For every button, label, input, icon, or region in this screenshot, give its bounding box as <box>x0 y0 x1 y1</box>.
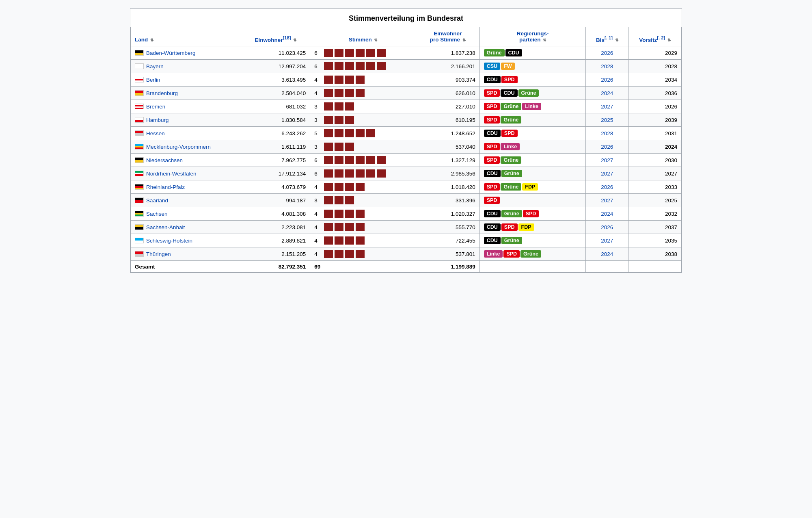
land-name[interactable]: Schleswig-Holstein <box>146 238 192 244</box>
bar-block <box>324 89 333 97</box>
bar-block <box>335 62 343 70</box>
land-name[interactable]: Brandenburg <box>146 90 178 96</box>
bar-block <box>377 62 386 70</box>
bis-link[interactable]: 2027 <box>601 197 613 204</box>
bar-block <box>345 89 354 97</box>
sort-einwohner-icon[interactable]: ⇅ <box>293 38 296 42</box>
bis-link[interactable]: 2026 <box>601 50 613 56</box>
stimmen-number: 3 <box>314 144 322 150</box>
land-cell: Sachsen-Anhalt <box>131 221 241 234</box>
bis-link[interactable]: 2028 <box>601 130 613 137</box>
bis-cell: 2026 <box>586 73 628 87</box>
eps-cell: 610.195 <box>416 113 479 127</box>
sort-eps-icon[interactable]: ⇅ <box>462 38 466 42</box>
vorsitz-cell: 2025 <box>628 194 682 207</box>
bis-link[interactable]: 2026 <box>601 144 613 150</box>
land-cell: Berlin <box>131 73 241 87</box>
bis-link[interactable]: 2026 <box>601 184 613 190</box>
party-badge: SPD <box>484 143 500 150</box>
flag-icon <box>135 63 144 69</box>
sort-stimmen-icon[interactable]: ⇅ <box>374 38 377 42</box>
col-einwohner-pro-stimme[interactable]: Einwohnerpro Stimme ⇅ <box>416 27 479 46</box>
land-name[interactable]: Bayern <box>146 63 164 69</box>
bar-block <box>377 156 386 164</box>
land-name[interactable]: Hessen <box>146 130 165 137</box>
land-cell: Bayern <box>131 60 241 73</box>
land-name[interactable]: Thüringen <box>146 251 171 257</box>
table-row: Sachsen-Anhalt2.223.0814555.770CDUSPDFDP… <box>131 221 682 234</box>
bis-link[interactable]: 2026 <box>601 224 613 230</box>
bar-block <box>324 76 333 84</box>
stimmen-cell: 4 <box>310 234 416 247</box>
bis-link[interactable]: 2027 <box>601 171 613 177</box>
col-bis[interactable]: Bis[. 1] ⇅ <box>586 27 628 46</box>
col-land[interactable]: Land ⇅ <box>131 27 241 46</box>
stimmen-number: 4 <box>314 90 322 96</box>
stimmen-number: 4 <box>314 238 322 244</box>
bar-block <box>345 143 354 151</box>
land-name[interactable]: Hamburg <box>146 117 169 123</box>
flag-icon <box>135 130 144 136</box>
bis-link[interactable]: 2027 <box>601 238 613 244</box>
sort-rp-icon[interactable]: ⇅ <box>543 38 546 42</box>
flag-icon <box>135 104 144 109</box>
land-cell: Hessen <box>131 127 241 140</box>
land-name[interactable]: Niedersachsen <box>146 157 183 163</box>
bar-block <box>345 116 354 124</box>
party-badge: FDP <box>518 223 534 231</box>
col-regierungsparteien[interactable]: Regierungs-parteien ⇅ <box>479 27 586 46</box>
bis-cell: 2024 <box>586 247 628 261</box>
land-name[interactable]: Bremen <box>146 104 165 110</box>
bis-cell: 2024 <box>586 87 628 100</box>
sort-bis-icon[interactable]: ⇅ <box>615 38 618 42</box>
einwohner-cell: 1.611.119 <box>241 140 310 154</box>
stimmen-cell: 6 <box>310 154 416 167</box>
land-name[interactable]: Sachsen <box>146 211 168 217</box>
einwohner-cell: 2.889.821 <box>241 234 310 247</box>
vorsitz-cell: 2027 <box>628 167 682 180</box>
bis-link[interactable]: 2027 <box>601 157 613 163</box>
bar-block <box>335 156 343 164</box>
sort-vorsitz-icon[interactable]: ⇅ <box>667 38 671 42</box>
land-name[interactable]: Baden-Württemberg <box>146 50 196 56</box>
stimmen-cell: 4 <box>310 87 416 100</box>
stimmen-number: 5 <box>314 130 322 137</box>
col-vorsitz[interactable]: Vorsitz[. 2] ⇅ <box>628 27 682 46</box>
table-row: Nordrhein-Westfalen17.912.13462.985.356C… <box>131 167 682 180</box>
land-cell: Bremen <box>131 100 241 113</box>
bis-link[interactable]: 2025 <box>601 117 613 123</box>
bis-link[interactable]: 2028 <box>601 63 613 69</box>
sort-land-icon[interactable]: ⇅ <box>150 38 153 42</box>
land-name[interactable]: Berlin <box>146 77 160 83</box>
parties-cell: SPDGrüne <box>479 113 586 127</box>
bar-block <box>335 143 343 151</box>
bis-link[interactable]: 2027 <box>601 104 613 110</box>
land-name[interactable]: Nordrhein-Westfalen <box>146 171 197 177</box>
bar-block <box>335 102 343 111</box>
bis-link[interactable]: 2026 <box>601 77 613 83</box>
land-name[interactable]: Mecklenburg-Vorpommern <box>146 144 211 150</box>
land-cell: Niedersachsen <box>131 154 241 167</box>
col-einwohner[interactable]: Einwohner[18] ⇅ <box>241 27 310 46</box>
einwohner-cell: 7.962.775 <box>241 154 310 167</box>
bar-block <box>356 183 365 191</box>
col-stimmen[interactable]: Stimmen ⇅ <box>310 27 416 46</box>
flag-icon <box>135 238 144 243</box>
bar-block <box>324 129 333 137</box>
bar-block <box>324 236 333 245</box>
bar-block <box>366 49 375 57</box>
land-name[interactable]: Sachsen-Anhalt <box>146 224 185 230</box>
land-name[interactable]: Rheinland-Pfalz <box>146 184 185 190</box>
flag-icon <box>135 117 144 123</box>
parties-cell: CDUSPD <box>479 73 586 87</box>
land-cell: Rheinland-Pfalz <box>131 180 241 194</box>
party-badge: Grüne <box>520 250 541 258</box>
bis-link[interactable]: 2024 <box>601 90 613 96</box>
bis-link[interactable]: 2024 <box>601 211 613 217</box>
main-container: Stimmenverteilung im Bundesrat Land ⇅ Ei… <box>130 8 682 273</box>
parties-cell: SPDLinke <box>479 140 586 154</box>
bis-link[interactable]: 2024 <box>601 251 613 257</box>
flag-icon <box>135 211 144 217</box>
land-name[interactable]: Saarland <box>146 197 168 204</box>
footer-eps: 1.199.889 <box>416 261 479 273</box>
